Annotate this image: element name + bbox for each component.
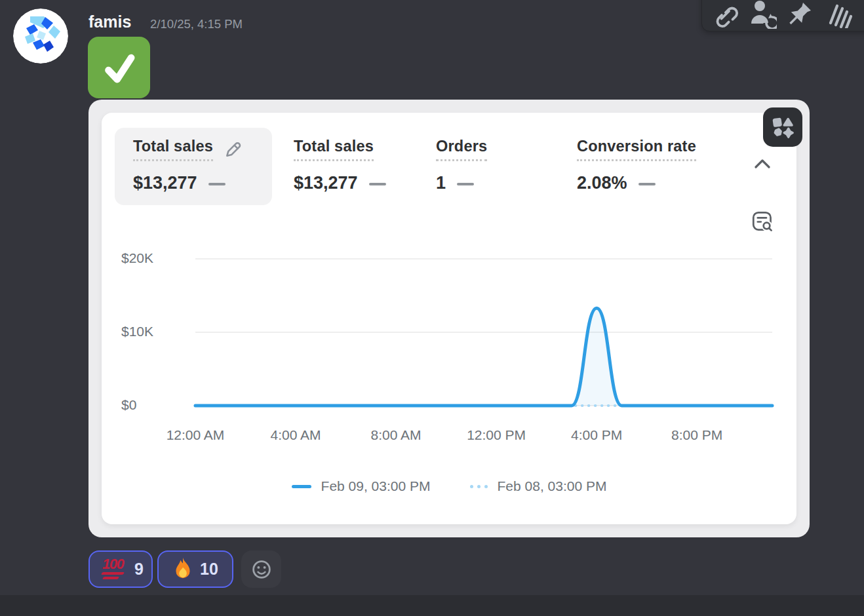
metric-tab-conversion-rate[interactable]: Conversion rate 2.08% <box>577 138 696 193</box>
metric-value: $13,277 <box>294 173 358 193</box>
metric-label: Conversion rate <box>577 138 696 161</box>
x-tick-label: 8:00 PM <box>671 427 722 443</box>
legend-swatch-solid-line-icon <box>292 485 311 488</box>
metric-trend-dash <box>638 183 656 185</box>
pin-icon <box>785 0 814 28</box>
analytics-card: Total sales $13,277 Total sales $13,277 <box>102 113 796 524</box>
fire-emoji <box>172 557 193 582</box>
view-report-data-button[interactable] <box>750 209 775 234</box>
avatar[interactable] <box>13 9 68 64</box>
legend-swatch-dotted-line-icon <box>470 485 488 488</box>
message-author[interactable]: famis <box>88 12 131 31</box>
reaction-count: 10 <box>200 560 218 579</box>
metric-value: 1 <box>436 173 446 193</box>
collapse-chart-button[interactable] <box>752 156 773 172</box>
chevron-up-icon <box>753 158 772 170</box>
swipe-lines-icon <box>823 0 852 28</box>
hundred-text: 100 <box>102 558 123 571</box>
y-tick-label: $0 <box>121 397 136 413</box>
forward-button[interactable] <box>823 0 853 29</box>
x-tick-label: 4:00 AM <box>271 427 321 443</box>
metric-label: Total sales <box>294 138 374 161</box>
legend-item: Feb 08, 03:00 PM <box>470 478 607 494</box>
shapes-icon <box>772 116 795 139</box>
metric-value: 2.08% <box>577 173 627 193</box>
message-timestamp: 2/10/25, 4:15 PM <box>150 17 243 31</box>
add-reaction-smiley-icon <box>250 558 273 581</box>
metric-trend-dash <box>208 183 226 185</box>
legend-item: Feb 09, 03:00 PM <box>292 478 431 494</box>
x-tick-label: 12:00 AM <box>167 427 225 443</box>
metric-tab-total-sales-selected[interactable]: Total sales $13,277 <box>133 138 243 193</box>
metric-tab-orders[interactable]: Orders 1 <box>436 138 487 193</box>
metric-label: Total sales <box>133 138 213 161</box>
analytics-image-attachment[interactable]: Total sales $13,277 Total sales $13,277 <box>88 100 810 537</box>
legend-label: Feb 08, 03:00 PM <box>498 478 607 494</box>
metric-trend-dash <box>457 183 474 185</box>
message-hover-toolbar <box>701 0 864 31</box>
apps-badge[interactable] <box>763 107 802 147</box>
metric-tab-total-sales[interactable]: Total sales $13,277 <box>294 138 386 193</box>
hundred-underline-2 <box>102 577 119 579</box>
add-reaction-toolbar-button[interactable] <box>861 0 864 29</box>
hundred-points-emoji: 100 <box>98 558 128 579</box>
hundred-underline-1 <box>101 572 125 575</box>
y-tick-label: $10K <box>121 324 153 339</box>
legend-label: Feb 09, 03:00 PM <box>321 478 431 494</box>
chart-legend: Feb 09, 03:00 PMFeb 08, 03:00 PM <box>102 478 796 494</box>
recall-button[interactable] <box>747 0 777 29</box>
y-tick-label: $20K <box>121 250 153 266</box>
metric-trend-dash <box>369 183 386 185</box>
check-icon <box>98 46 141 89</box>
pin-message-button[interactable] <box>785 0 815 29</box>
x-tick-label: 4:00 PM <box>571 427 622 443</box>
x-tick-label: 12:00 PM <box>467 427 526 443</box>
smiley-icon <box>861 0 864 28</box>
reaction-100[interactable]: 100 9 <box>88 550 153 588</box>
metric-label: Orders <box>436 138 487 161</box>
reaction-fire[interactable]: 10 <box>157 550 233 588</box>
metric-value: $13,277 <box>133 173 197 193</box>
add-reaction-button[interactable] <box>241 550 281 588</box>
white-check-mark-emoji <box>88 37 150 98</box>
x-tick-label: 8:00 AM <box>371 427 422 443</box>
data-inspector-icon <box>751 210 774 233</box>
chat-background-divider <box>0 595 864 616</box>
link-icon <box>709 0 738 28</box>
copy-link-button[interactable] <box>709 0 739 29</box>
edit-pencil-icon[interactable] <box>224 140 243 159</box>
reaction-count: 9 <box>134 560 144 579</box>
person-history-icon <box>747 0 777 29</box>
